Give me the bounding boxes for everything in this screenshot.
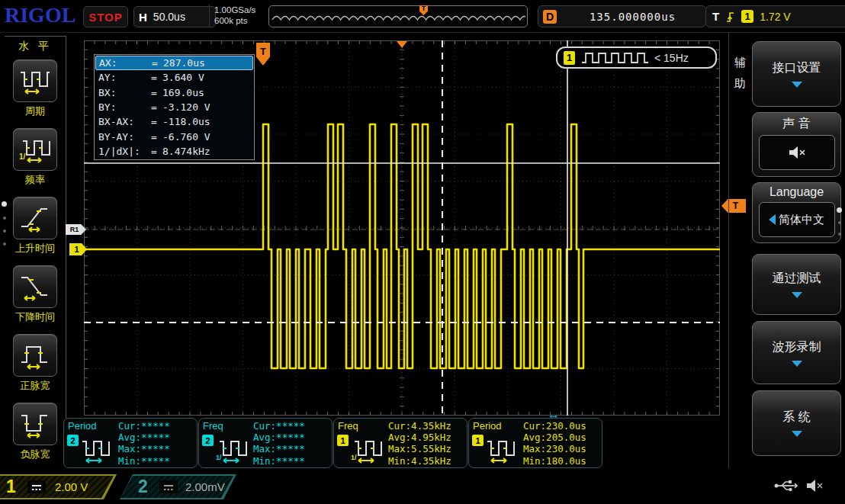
trigger-source-badge: 1 bbox=[741, 10, 753, 23]
trigger-frequency-note: < 15Hz bbox=[654, 52, 689, 64]
left-menu-title: 水 平 bbox=[5, 40, 66, 53]
softkey-pass-fail-test[interactable]: 通过测试 bbox=[752, 254, 841, 315]
speaker-muted-icon bbox=[787, 145, 807, 160]
timebase-value: 50.0us bbox=[153, 11, 185, 23]
usb-icon bbox=[773, 479, 798, 493]
period-waveform-icon bbox=[81, 435, 113, 464]
menu-item-rise-time[interactable]: 上升时间 bbox=[5, 197, 66, 255]
readout-row-ay: AY:=3.640 V bbox=[95, 70, 253, 85]
measurement-box-freq-ch1[interactable]: Freq 1 1/ Cur:4.35kHzAvg:4.95kHz Max:5.5… bbox=[333, 418, 467, 468]
period-icon bbox=[18, 66, 52, 96]
readout-row-bx-ax: BX-AX:=-118.0us bbox=[95, 114, 253, 129]
rise-time-icon bbox=[18, 203, 52, 233]
dropdown-arrow-icon bbox=[792, 361, 802, 367]
status-icon-tray bbox=[773, 478, 825, 493]
acquisition-info: 1.00GSa/s 600k pts bbox=[209, 5, 255, 26]
cursor-readout-panel: AX: = 287.0us AY:=3.640 V BX:=169.0us BY… bbox=[94, 54, 255, 160]
measurement-box-period-ch2[interactable]: Period 2 Cur:*****Avg:***** Max:*****Min… bbox=[63, 418, 198, 468]
measurement-box-period-ch1[interactable]: Period 1 Cur:230.0usAvg:205.0us Max:230.… bbox=[468, 418, 602, 468]
aux-menu-tab: 辅 助 bbox=[734, 52, 747, 93]
speaker-muted-icon bbox=[805, 478, 825, 493]
menu-item-positive-width[interactable]: 正脉宽 bbox=[5, 334, 66, 393]
dc-coupling-icon bbox=[159, 480, 178, 493]
rigol-logo: RIGOL bbox=[5, 3, 76, 27]
period-waveform-icon bbox=[486, 435, 518, 464]
left-menu-page-dots bbox=[2, 201, 7, 246]
readout-row-inv-dx: 1/|dX|:=8.474kHz bbox=[95, 144, 253, 159]
menu-item-period[interactable]: 周期 bbox=[5, 59, 66, 118]
channel1-badge: 1 bbox=[564, 51, 575, 65]
reference-r1-marker-icon[interactable]: R1 bbox=[66, 224, 86, 235]
menu-item-negative-width[interactable]: 负脉宽 bbox=[5, 403, 66, 461]
sound-toggle[interactable] bbox=[759, 135, 835, 170]
fall-time-icon bbox=[18, 271, 52, 302]
positive-width-icon bbox=[18, 340, 52, 371]
horizontal-center-marker-icon bbox=[397, 41, 407, 48]
svg-text:1/: 1/ bbox=[351, 454, 357, 461]
channel2-number: 2 bbox=[138, 477, 148, 497]
horizontal-delay-chip[interactable]: D 135.000000us bbox=[538, 5, 706, 27]
right-panel-divider bbox=[728, 32, 729, 468]
sample-rate: 1.00GSa/s bbox=[214, 5, 255, 15]
dc-coupling-icon bbox=[27, 480, 46, 493]
negative-width-icon bbox=[18, 409, 52, 439]
delay-value: 135.000000us bbox=[564, 11, 701, 23]
trigger-level-flag-icon[interactable]: T bbox=[721, 199, 746, 213]
waveform-memory-preview[interactable]: T bbox=[268, 5, 528, 27]
softkey-system[interactable]: 系 统 bbox=[752, 390, 841, 456]
dropdown-arrow-icon bbox=[792, 431, 802, 437]
horizontal-timebase-chip[interactable]: H 50.0us bbox=[133, 6, 216, 27]
pulse-train-icon bbox=[581, 52, 648, 63]
softkey-language[interactable]: Language 简体中文 bbox=[752, 182, 841, 243]
readout-row-bx: BX:=169.0us bbox=[95, 85, 253, 100]
channel2-status-tag[interactable]: 2 2.00mV bbox=[120, 474, 236, 499]
oscilloscope-screen: RIGOL STOP H 50.0us 1.00GSa/s 600k pts T… bbox=[0, 0, 845, 504]
right-menu-page-dots bbox=[837, 207, 842, 236]
horizontal-label: H bbox=[139, 11, 147, 24]
readout-row-by: BY:=-3.120 V bbox=[95, 100, 253, 114]
softkey-interface-settings[interactable]: 接口设置 bbox=[752, 41, 841, 107]
softkey-sound[interactable]: 声 音 bbox=[752, 112, 841, 177]
menu-item-frequency[interactable]: 1/ 频率 bbox=[5, 128, 66, 187]
language-selector[interactable]: 简体中文 bbox=[759, 202, 835, 237]
frequency-waveform-icon: 1/ bbox=[216, 435, 248, 464]
delay-badge: D bbox=[543, 10, 557, 24]
top-status-bar: RIGOL STOP H 50.0us 1.00GSa/s 600k pts T… bbox=[0, 0, 845, 33]
readout-row-ax[interactable]: AX: = 287.0us bbox=[95, 56, 253, 70]
trigger-frequency-flag: 1 < 15Hz bbox=[556, 47, 717, 69]
frequency-waveform-icon: 1/ bbox=[351, 435, 383, 464]
rising-edge-icon bbox=[725, 10, 735, 23]
softkey-waveform-record[interactable]: 波形录制 bbox=[752, 321, 841, 384]
channel1-status-tag[interactable]: 1 2.00 V bbox=[0, 474, 117, 499]
menu-item-fall-time[interactable]: 下降时间 bbox=[5, 265, 66, 324]
channel2-scale: 2.00mV bbox=[185, 480, 225, 493]
trigger-status-chip[interactable]: T 1 1.72 V bbox=[705, 5, 845, 27]
channel1-scale: 2.00 V bbox=[55, 480, 88, 493]
run-state-button[interactable]: STOP bbox=[83, 6, 128, 27]
svg-text:1/: 1/ bbox=[19, 152, 26, 161]
svg-text:1/: 1/ bbox=[216, 454, 222, 461]
select-left-arrow-icon bbox=[769, 214, 776, 225]
dropdown-arrow-icon bbox=[792, 82, 802, 88]
memory-depth: 600k pts bbox=[214, 15, 255, 26]
channel1-number: 1 bbox=[6, 477, 16, 497]
measurement-box-freq-ch2[interactable]: Freq 2 1/ Cur:*****Avg:***** Max:*****Mi… bbox=[198, 418, 333, 468]
dropdown-arrow-icon bbox=[792, 292, 802, 298]
trigger-label: T bbox=[712, 10, 719, 23]
readout-row-by-ay: BY-AY:=-6.760 V bbox=[95, 129, 253, 143]
frequency-icon: 1/ bbox=[18, 134, 52, 165]
preview-waveform bbox=[271, 10, 525, 22]
trigger-level-value: 1.72 V bbox=[760, 11, 790, 23]
left-measure-menu: 水 平 周期 1/ 频率 上升时间 bbox=[5, 36, 66, 461]
